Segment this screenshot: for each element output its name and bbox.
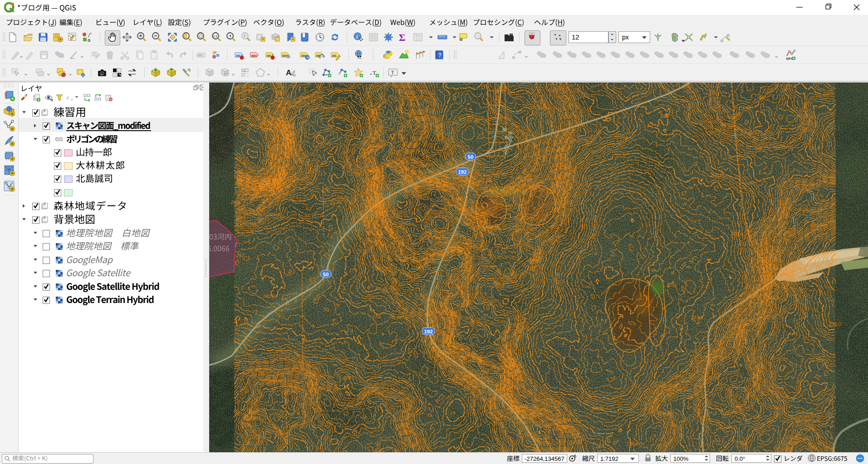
svg-text:225: 225	[263, 127, 272, 132]
svg-text:ab: ab	[332, 54, 336, 58]
svg-text:196,5: 196,5	[811, 222, 823, 228]
svg-text:250: 250	[230, 200, 239, 205]
svg-text:223,8: 223,8	[691, 315, 703, 320]
svg-text:ab: ab	[242, 69, 245, 72]
svg-text:175: 175	[373, 314, 381, 319]
svg-text:240: 240	[660, 113, 669, 119]
svg-text:50: 50	[468, 154, 474, 160]
svg-text:225: 225	[267, 379, 275, 384]
svg-text:220: 220	[461, 352, 470, 358]
svg-text:186,6: 186,6	[808, 145, 820, 151]
svg-text:260,2: 260,2	[563, 417, 575, 423]
svg-text:abc: abc	[251, 54, 258, 58]
svg-text:150: 150	[404, 177, 412, 182]
svg-text:240,0: 240,0	[591, 406, 603, 411]
svg-text:abc: abc	[198, 54, 203, 57]
svg-text:225: 225	[614, 132, 623, 138]
svg-text:225: 225	[508, 384, 517, 390]
svg-text:i: i	[356, 33, 358, 40]
svg-text:224,6: 224,6	[412, 265, 424, 270]
svg-text:150: 150	[529, 257, 537, 263]
svg-text:GPX: GPX	[786, 57, 793, 60]
svg-text:267,9: 267,9	[710, 172, 722, 178]
svg-text:200: 200	[372, 214, 381, 220]
svg-text:ab: ab	[267, 54, 271, 58]
svg-text:T: T	[373, 69, 376, 76]
svg-text:236,0: 236,0	[829, 321, 841, 327]
svg-text:246,2: 246,2	[767, 295, 779, 300]
svg-text:257: 257	[236, 253, 245, 258]
svg-text:T: T	[391, 69, 394, 75]
svg-text:150: 150	[455, 196, 463, 201]
svg-text:200: 200	[343, 375, 352, 381]
svg-text:50: 50	[323, 272, 329, 277]
svg-text:192: 192	[458, 169, 466, 175]
svg-text:1:1: 1:1	[213, 34, 218, 38]
svg-text:Σ: Σ	[399, 32, 405, 43]
svg-text:A: A	[286, 68, 291, 77]
svg-text:?: ?	[438, 52, 441, 59]
svg-text:ab: ab	[236, 54, 240, 58]
svg-text:192: 192	[424, 329, 432, 334]
svg-text:210: 210	[595, 444, 604, 449]
svg-text:250: 250	[252, 416, 260, 421]
svg-text:225: 225	[666, 282, 675, 288]
svg-text:a: a	[88, 37, 91, 43]
svg-text:203,6: 203,6	[731, 231, 743, 237]
svg-text:199,2: 199,2	[736, 440, 747, 445]
svg-text:140,5: 140,5	[263, 293, 275, 299]
svg-text:198,5: 198,5	[627, 441, 638, 446]
svg-text:250: 250	[321, 187, 330, 192]
svg-text:ε: ε	[67, 94, 69, 101]
svg-text:175: 175	[349, 268, 357, 273]
